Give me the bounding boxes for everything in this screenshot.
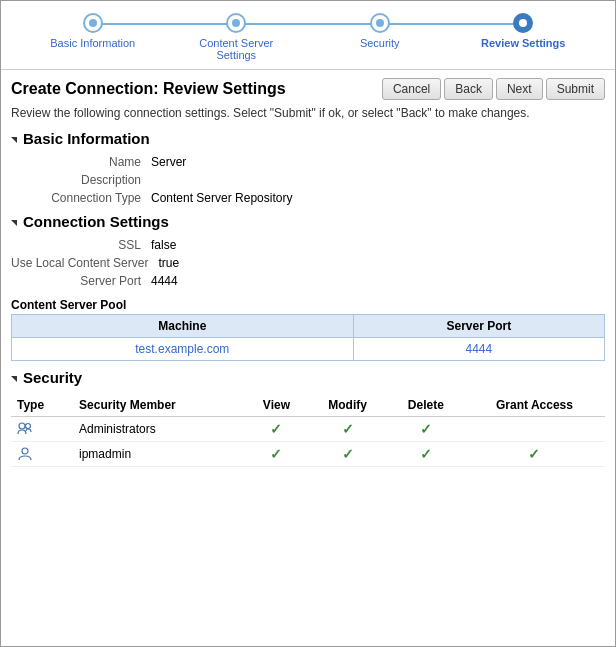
user-icon: [17, 446, 33, 462]
field-ssl-value: false: [151, 238, 176, 252]
security-title: Security: [23, 369, 82, 386]
wizard-step-security: Security: [308, 13, 452, 49]
cancel-button[interactable]: Cancel: [382, 78, 441, 100]
connection-settings-fields: SSL false Use Local Content Server true …: [1, 234, 615, 292]
field-connection-type-label: Connection Type: [11, 191, 151, 205]
header-buttons: Cancel Back Next Submit: [382, 78, 605, 100]
collapse-triangle-security: [11, 376, 17, 382]
security-table-wrap: Type Security Member View Modify Delete …: [1, 390, 615, 471]
step-dot-3: [376, 19, 384, 27]
wizard-step-content-server: Content Server Settings: [165, 13, 309, 61]
sec-delete-ipmadmin: ✓: [388, 442, 464, 467]
step-label-3: Security: [360, 37, 400, 49]
step-dot-4: [519, 19, 527, 27]
field-ssl-label: SSL: [11, 238, 151, 252]
sec-delete-admins: ✓: [388, 417, 464, 442]
wizard-step-review: Review Settings: [452, 13, 596, 49]
field-connection-type-value: Content Server Repository: [151, 191, 292, 205]
security-row-administrators: Administrators ✓ ✓ ✓: [11, 417, 605, 442]
sec-member-ipmadmin: ipmadmin: [73, 442, 245, 467]
sec-col-grant: Grant Access: [464, 394, 605, 417]
field-description-label: Description: [11, 173, 151, 187]
step-circle-3: [370, 13, 390, 33]
connection-settings-title: Connection Settings: [23, 213, 169, 230]
connection-settings-section-header: Connection Settings: [1, 209, 615, 234]
content-server-pool: Content Server Pool Machine Server Port …: [1, 292, 615, 365]
svg-point-0: [19, 423, 25, 429]
pool-col-port: Server Port: [353, 315, 604, 338]
sec-col-delete: Delete: [388, 394, 464, 417]
wizard-steps: Basic Information Content Server Setting…: [1, 1, 615, 69]
pool-col-machine: Machine: [12, 315, 354, 338]
sec-modify-ipmadmin: ✓: [307, 442, 387, 467]
sec-view-ipmadmin: ✓: [245, 442, 307, 467]
pool-machine-value: test.example.com: [12, 338, 354, 361]
sec-member-admins: Administrators: [73, 417, 245, 442]
security-row-ipmadmin: ipmadmin ✓ ✓ ✓ ✓: [11, 442, 605, 467]
collapse-triangle-basic: [11, 137, 17, 143]
step-label-1: Basic Information: [50, 37, 135, 49]
sec-col-type: Type: [11, 394, 73, 417]
pool-table: Machine Server Port test.example.com 444…: [11, 314, 605, 361]
basic-info-section-header: Basic Information: [1, 126, 615, 151]
svg-point-1: [26, 424, 31, 429]
sec-col-modify: Modify: [307, 394, 387, 417]
step-circle-2: [226, 13, 246, 33]
group-icon: [17, 421, 33, 437]
security-table: Type Security Member View Modify Delete …: [11, 394, 605, 467]
step-label-2: Content Server Settings: [191, 37, 281, 61]
field-description: Description: [1, 171, 615, 189]
field-local-server-label: Use Local Content Server: [11, 256, 158, 270]
sec-type-admins: [11, 417, 73, 442]
basic-info-fields: Name Server Description Connection Type …: [1, 151, 615, 209]
basic-info-title: Basic Information: [23, 130, 150, 147]
pool-port-value: 4444: [353, 338, 604, 361]
instructions-text: Review the following connection settings…: [1, 104, 615, 126]
field-name: Name Server: [1, 153, 615, 171]
table-row: test.example.com 4444: [12, 338, 605, 361]
sec-modify-admins: ✓: [307, 417, 387, 442]
collapse-triangle-connection: [11, 220, 17, 226]
step-circle-1: [83, 13, 103, 33]
step-label-4: Review Settings: [481, 37, 565, 49]
field-connection-type: Connection Type Content Server Repositor…: [1, 189, 615, 207]
page-title: Create Connection: Review Settings: [11, 80, 286, 98]
sec-grant-admins: [464, 417, 605, 442]
field-name-label: Name: [11, 155, 151, 169]
svg-point-2: [22, 448, 28, 454]
field-server-port-value: 4444: [151, 274, 178, 288]
page-header: Create Connection: Review Settings Cance…: [1, 72, 615, 104]
pool-label: Content Server Pool: [11, 296, 605, 314]
sec-col-member: Security Member: [73, 394, 245, 417]
back-button[interactable]: Back: [444, 78, 493, 100]
next-button[interactable]: Next: [496, 78, 543, 100]
security-section-header: Security: [1, 365, 615, 390]
step-dot-2: [232, 19, 240, 27]
wizard-step-basic-info: Basic Information: [21, 13, 165, 49]
field-name-value: Server: [151, 155, 186, 169]
field-server-port-label: Server Port: [11, 274, 151, 288]
field-local-content-server: Use Local Content Server true: [1, 254, 615, 272]
field-local-server-value: true: [158, 256, 179, 270]
submit-button[interactable]: Submit: [546, 78, 605, 100]
sec-grant-ipmadmin: ✓: [464, 442, 605, 467]
sec-col-view: View: [245, 394, 307, 417]
step-dot-1: [89, 19, 97, 27]
field-ssl: SSL false: [1, 236, 615, 254]
sec-view-admins: ✓: [245, 417, 307, 442]
step-circle-4: [513, 13, 533, 33]
sec-type-ipmadmin: [11, 442, 73, 467]
field-server-port: Server Port 4444: [1, 272, 615, 290]
